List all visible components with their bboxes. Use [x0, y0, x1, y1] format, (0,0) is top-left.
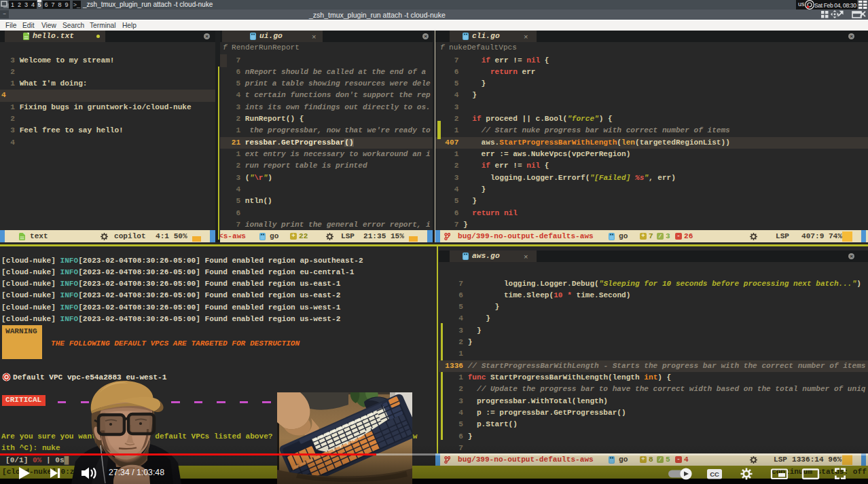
svg-text:CC: CC: [710, 470, 719, 478]
